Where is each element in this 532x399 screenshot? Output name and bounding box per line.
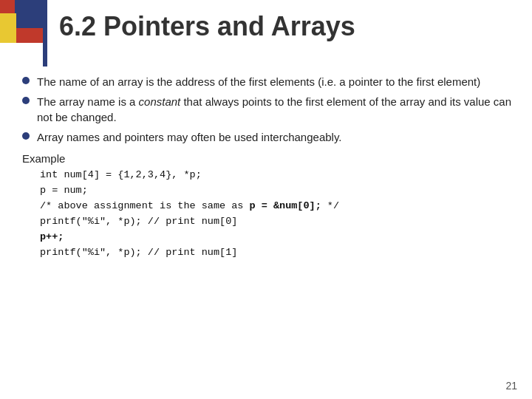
bullet-dot-3: [22, 132, 30, 140]
code-line-2: p = num;: [40, 183, 517, 199]
slide-title: 6.2 Pointers and Arrays: [59, 11, 355, 42]
code-line-1: int num[4] = {1,2,3,4}, *p;: [40, 168, 517, 183]
code-line-3: /* above assignment is the same as p = &…: [40, 199, 517, 214]
code-block: int num[4] = {1,2,3,4}, *p; p = num; /* …: [40, 168, 517, 261]
code-line-5: p++;: [40, 230, 517, 245]
deco-block-yellow: [0, 13, 16, 43]
bullet-dot-1: [22, 77, 30, 84]
bullet-text-3: Array names and pointers may often be us…: [37, 129, 517, 145]
code-line-5-bold: p++;: [40, 231, 64, 242]
list-item-2: The array name is a constant that always…: [22, 94, 517, 125]
code-bold-ref: p = &num[0];: [250, 200, 321, 211]
list-item-1: The name of an array is the address of t…: [22, 74, 517, 89]
page-number: 21: [505, 380, 517, 392]
content-area: The name of an array is the address of t…: [22, 74, 517, 369]
bullet-list: The name of an array is the address of t…: [22, 74, 517, 145]
accent-bar: [43, 0, 47, 66]
deco-block-blue: [15, 0, 43, 28]
slide-container: 6.2 Pointers and Arrays The name of an a…: [0, 0, 532, 399]
bullet-text-2: The array name is a constant that always…: [37, 94, 517, 125]
bullet-dot-2: [22, 97, 30, 104]
code-line-4: printf("%i", *p); // print num[0]: [40, 214, 517, 230]
code-line-6: printf("%i", *p); // print num[1]: [40, 245, 517, 261]
italic-constant: constant: [139, 95, 181, 108]
bullet-text-1: The name of an array is the address of t…: [37, 74, 517, 89]
list-item-3: Array names and pointers may often be us…: [22, 129, 517, 145]
example-label: Example: [22, 152, 517, 165]
